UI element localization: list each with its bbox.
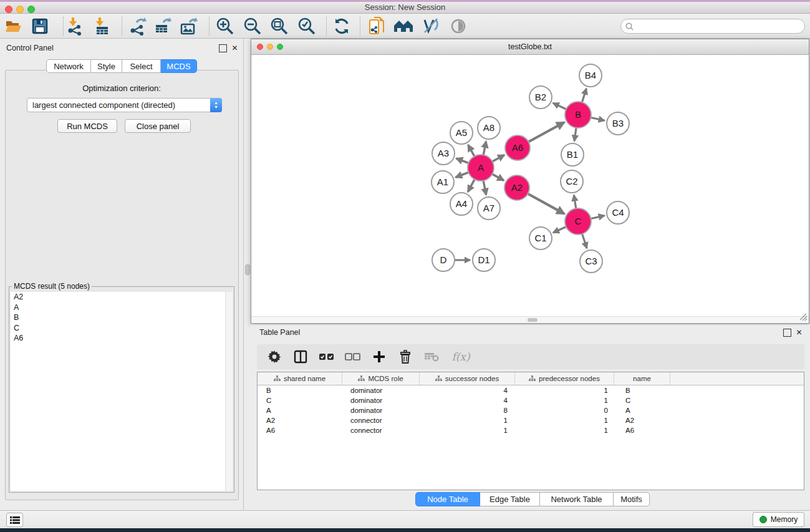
graph-node-B[interactable]: B <box>565 102 591 128</box>
home-icon[interactable] <box>393 16 414 36</box>
tab-network-table[interactable]: Network Table <box>540 492 614 506</box>
table-cell: C <box>258 395 342 405</box>
float-table-panel-icon[interactable] <box>783 329 791 337</box>
table-cell: A2 <box>258 415 342 425</box>
export-image-icon[interactable] <box>178 16 200 36</box>
add-column-icon[interactable] <box>370 348 388 365</box>
svg-text:A8: A8 <box>483 122 494 133</box>
table-row[interactable]: Cdominator41C <box>258 395 804 405</box>
graph-node-A8[interactable]: A8 <box>478 117 500 139</box>
graph-node-A[interactable]: A <box>468 155 494 181</box>
network-zoom-button[interactable] <box>277 44 283 50</box>
float-panel-icon[interactable] <box>219 44 227 52</box>
mcds-result-item[interactable]: C <box>11 323 233 334</box>
tab-mcds[interactable]: MCDS <box>161 59 197 73</box>
network-hscroll-thumb[interactable] <box>528 318 538 322</box>
show-columns-icon[interactable] <box>292 348 309 365</box>
table-row[interactable]: A6connector11A6 <box>258 425 804 435</box>
tab-select[interactable]: Select <box>122 59 161 73</box>
graph-node-D[interactable]: D <box>432 249 455 271</box>
svg-text:B2: B2 <box>535 92 546 102</box>
criterion-dropdown[interactable]: largest connected component (directed) ▲… <box>27 98 222 112</box>
delete-column-icon[interactable] <box>397 348 414 365</box>
select-all-checkboxes-icon[interactable] <box>318 348 335 365</box>
export-network-icon[interactable] <box>127 16 148 36</box>
column-header-successor-nodes[interactable]: successor nodes <box>420 372 515 385</box>
search-box[interactable] <box>620 19 805 34</box>
function-builder-icon[interactable]: f(x) <box>449 348 473 365</box>
node-table: shared name MCDS role successor nodes pr… <box>257 372 804 490</box>
graph-node-C[interactable]: C <box>565 208 591 235</box>
mcds-result-item[interactable]: B <box>11 312 233 323</box>
column-header-shared-name[interactable]: shared name <box>258 372 342 385</box>
table-cell: connector <box>342 415 420 425</box>
task-history-button[interactable] <box>6 513 23 527</box>
memory-button[interactable]: Memory <box>753 512 804 527</box>
close-window-button[interactable] <box>5 6 12 13</box>
tab-motifs[interactable]: Motifs <box>614 492 650 506</box>
minimize-window-button[interactable] <box>16 6 24 13</box>
graph-node-C4[interactable]: C4 <box>607 201 629 224</box>
mcds-result-item[interactable]: A6 <box>11 333 233 344</box>
column-header-mcds-role[interactable]: MCDS role <box>342 372 420 385</box>
graph-node-A3[interactable]: A3 <box>432 142 455 165</box>
mcds-list-scrollbar[interactable] <box>225 292 233 491</box>
column-header-name[interactable]: name <box>614 372 670 385</box>
mcds-result-item[interactable]: A2 <box>11 292 233 302</box>
task-list-icon <box>10 516 20 525</box>
search-input[interactable] <box>636 21 804 31</box>
zoom-fit-icon[interactable] <box>269 16 290 36</box>
column-header-predecessor-nodes[interactable]: predecessor nodes <box>515 372 614 385</box>
tab-style[interactable]: Style <box>91 59 122 73</box>
zoom-in-icon[interactable] <box>215 16 236 36</box>
tab-node-table[interactable]: Node Table <box>415 492 480 506</box>
table-row[interactable]: Bdominator41B <box>258 385 804 395</box>
zoom-window-button[interactable] <box>27 6 35 13</box>
table-cell: 4 <box>420 395 515 405</box>
table-row[interactable]: Adominator80A <box>258 405 804 415</box>
graph-node-A5[interactable]: A5 <box>450 122 473 144</box>
graph-node-C3[interactable]: C3 <box>580 250 602 273</box>
table-cell: A6 <box>258 425 342 435</box>
graph-node-C2[interactable]: C2 <box>561 170 583 193</box>
import-table-icon[interactable] <box>91 16 112 36</box>
export-table-icon[interactable] <box>152 16 173 36</box>
graph-node-A4[interactable]: A4 <box>450 193 473 215</box>
graph-node-B2[interactable]: B2 <box>529 86 552 109</box>
open-file-icon[interactable] <box>3 16 24 36</box>
graph-node-A1[interactable]: A1 <box>432 171 454 193</box>
network-minimize-button[interactable] <box>267 44 273 50</box>
hide-labels-icon[interactable] <box>420 16 441 36</box>
graph-node-B3[interactable]: B3 <box>607 112 629 135</box>
mcds-result-item[interactable]: A <box>11 302 233 313</box>
network-horizontal-scrollbar[interactable] <box>251 316 809 322</box>
delete-table-icon[interactable] <box>423 348 440 365</box>
graph-node-A6[interactable]: A6 <box>505 135 530 160</box>
close-table-panel-icon[interactable]: ✕ <box>795 329 803 337</box>
deselect-all-checkboxes-icon[interactable] <box>344 348 362 365</box>
eye-icon[interactable] <box>448 16 469 36</box>
tab-edge-table[interactable]: Edge Table <box>480 492 540 506</box>
vertical-scrollbar-thumb[interactable] <box>245 264 250 275</box>
network-close-button[interactable] <box>257 44 263 50</box>
tab-network[interactable]: Network <box>46 59 91 73</box>
table-row[interactable]: A2connector11A2 <box>258 415 804 425</box>
close-panel-icon[interactable]: ✕ <box>231 44 239 52</box>
import-network-icon[interactable] <box>64 16 85 36</box>
save-session-icon[interactable] <box>29 16 51 36</box>
refresh-icon[interactable] <box>331 16 352 36</box>
zoom-selected-icon[interactable] <box>296 16 317 36</box>
graph-node-C1[interactable]: C1 <box>529 227 552 249</box>
settings-gear-icon[interactable] <box>266 348 283 365</box>
network-canvas[interactable]: AA1A2A3A4A5A6A7A8BB1B2B3B4CC1C2C3C4DD1 <box>251 55 809 317</box>
network-from-document-icon[interactable] <box>367 16 388 36</box>
close-panel-button[interactable]: Close panel <box>125 119 191 133</box>
graph-node-B1[interactable]: B1 <box>561 143 584 166</box>
graph-node-A2[interactable]: A2 <box>504 175 529 200</box>
graph-node-A7[interactable]: A7 <box>478 197 500 220</box>
resize-grip-icon[interactable] <box>799 312 808 321</box>
run-mcds-button[interactable]: Run MCDS <box>57 119 117 133</box>
graph-node-D1[interactable]: D1 <box>473 249 495 271</box>
graph-node-B4[interactable]: B4 <box>579 64 602 87</box>
zoom-out-icon[interactable] <box>242 16 263 36</box>
